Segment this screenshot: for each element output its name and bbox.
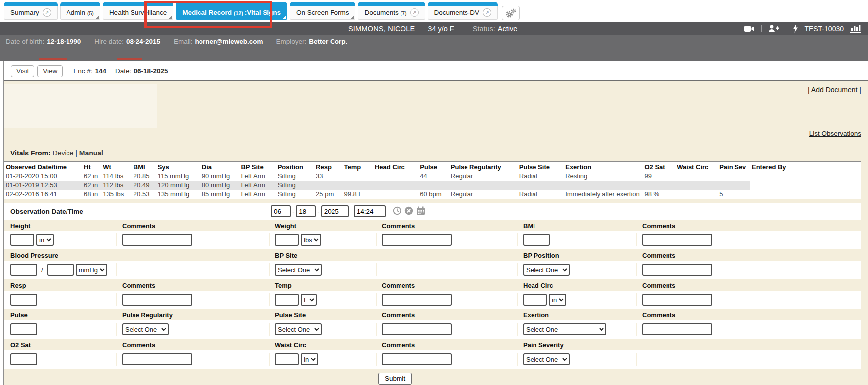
- vitals-value-link[interactable]: 135: [158, 190, 169, 198]
- device-link[interactable]: Device: [53, 149, 74, 157]
- vitals-value-link[interactable]: Regular: [451, 172, 473, 180]
- vitals-value-link[interactable]: Left Arm: [241, 172, 265, 180]
- vitals-value-link[interactable]: 5: [719, 190, 723, 198]
- visit-date-label: Date:: [115, 67, 131, 75]
- bmi-comments-input[interactable]: [642, 234, 712, 246]
- obs-day-input[interactable]: [296, 205, 316, 217]
- vitals-value-link[interactable]: Resting: [565, 172, 587, 180]
- lightning-icon[interactable]: [793, 24, 798, 33]
- height-input[interactable]: [10, 234, 34, 246]
- bmi-input[interactable]: [523, 234, 550, 246]
- vitals-value-link[interactable]: 62: [84, 181, 91, 189]
- head-circ-unit-select[interactable]: in: [549, 294, 566, 306]
- weight-comments-input[interactable]: [382, 234, 452, 246]
- waist-circ-unit-select[interactable]: in: [301, 353, 318, 365]
- vitals-value-link[interactable]: 62: [84, 172, 91, 180]
- pulse-comments-input[interactable]: [382, 323, 452, 335]
- resp-comments-input[interactable]: [122, 294, 192, 306]
- vitals-value-link[interactable]: Radial: [519, 172, 537, 180]
- video-camera-icon[interactable]: [744, 25, 755, 32]
- pulse-regularity-select[interactable]: Select One: [122, 323, 169, 335]
- settings-button[interactable]: [502, 6, 520, 20]
- temp-input[interactable]: [275, 294, 299, 306]
- vitals-value-link[interactable]: 112: [103, 181, 113, 189]
- tab-health-surveillance[interactable]: Health Surveillance: [103, 6, 173, 20]
- exertion-comments-input[interactable]: [642, 323, 712, 335]
- vitals-value-link[interactable]: Sitting: [278, 181, 296, 189]
- tab-documents[interactable]: Documents(7)↗: [358, 6, 425, 20]
- manual-link[interactable]: Manual: [79, 149, 103, 157]
- resp-input[interactable]: [10, 294, 37, 306]
- vitals-value-link[interactable]: 80: [202, 181, 209, 189]
- vitals-value-link[interactable]: 99.8: [344, 190, 356, 198]
- vitals-value-link[interactable]: 25: [316, 190, 323, 198]
- clock-icon[interactable]: [393, 206, 401, 217]
- o2-sat-input[interactable]: [10, 353, 37, 365]
- observed-datetime: 01-20-2020 15:00: [6, 172, 57, 180]
- vitals-value-link[interactable]: 20.53: [134, 190, 150, 198]
- obs-month-input[interactable]: [271, 205, 291, 217]
- pulse-input[interactable]: [10, 323, 37, 335]
- temp-unit-select[interactable]: F: [301, 294, 317, 306]
- submit-button[interactable]: Submit: [378, 373, 412, 385]
- bp-site-select[interactable]: Select One: [275, 264, 322, 276]
- weight-unit-select[interactable]: lbs: [301, 234, 321, 246]
- tab-summary[interactable]: Summary↗: [4, 6, 58, 20]
- vitals-value-link[interactable]: 44: [420, 172, 427, 180]
- add-user-icon[interactable]: [768, 25, 779, 32]
- exertion-select[interactable]: Select One: [523, 323, 606, 335]
- chart-icon[interactable]: [850, 24, 861, 33]
- pain-severity-select[interactable]: Select One: [523, 353, 570, 365]
- pulse-site-select[interactable]: Select One: [275, 323, 322, 335]
- vitals-value-link[interactable]: 120: [158, 181, 169, 189]
- vitals-value-link[interactable]: Sitting: [278, 172, 296, 180]
- vitals-value-link[interactable]: 20.85: [134, 172, 150, 180]
- vitals-value-link[interactable]: Immediately after exertion: [565, 190, 640, 198]
- tab-documents-dv[interactable]: Documents-DV↗: [428, 6, 498, 20]
- vitals-value-link[interactable]: 68: [84, 190, 91, 198]
- height-comments-input[interactable]: [122, 234, 192, 246]
- weight-input[interactable]: [275, 234, 299, 246]
- vitals-value-link[interactable]: 20.49: [134, 181, 150, 189]
- vitals-value-link[interactable]: 99: [644, 172, 651, 180]
- vitals-value-link[interactable]: Left Arm: [241, 181, 265, 189]
- popout-icon[interactable]: ↗: [483, 8, 491, 17]
- vitals-value-link[interactable]: 90: [202, 172, 209, 180]
- obs-year-input[interactable]: [321, 205, 349, 217]
- visit-button[interactable]: Visit: [11, 65, 34, 77]
- blood-pressure-systolic-input[interactable]: [10, 264, 37, 276]
- bp-position-select[interactable]: Select One: [523, 264, 570, 276]
- tab-admin[interactable]: Admin(5): [60, 6, 100, 20]
- vitals-value-link[interactable]: 60: [420, 190, 427, 198]
- vitals-value-link[interactable]: 85: [202, 190, 209, 198]
- vitals-value-link[interactable]: Sitting: [278, 190, 296, 198]
- tab-on-screen-forms[interactable]: On Screen Forms: [290, 6, 356, 20]
- vitals-value-link[interactable]: Radial: [519, 190, 537, 198]
- vitals-value-link[interactable]: Regular: [451, 190, 473, 198]
- waist-circ-comments-input[interactable]: [382, 353, 452, 365]
- popout-icon[interactable]: ↗: [43, 8, 51, 17]
- tab-medical-record[interactable]: Medical Record(12):Vital Signs: [176, 6, 287, 20]
- height-unit-select[interactable]: in: [36, 234, 54, 246]
- add-document-link[interactable]: Add Document: [811, 86, 858, 94]
- vitals-value-link[interactable]: 98: [644, 190, 651, 198]
- blood-pressure-diastolic-input[interactable]: [47, 264, 74, 276]
- head-circ-input[interactable]: [523, 294, 547, 306]
- calendar-icon[interactable]: [416, 206, 425, 217]
- obs-time-input[interactable]: [354, 205, 386, 217]
- o2-sat-comments-input[interactable]: [122, 353, 192, 365]
- view-button[interactable]: View: [37, 65, 63, 77]
- vitals-value-link[interactable]: 33: [316, 172, 323, 180]
- bp-comments-input[interactable]: [642, 264, 712, 276]
- vitals-value-link[interactable]: 114: [103, 172, 113, 180]
- head-circ-comments-input[interactable]: [642, 294, 712, 306]
- waist-circ-input[interactable]: [275, 353, 299, 365]
- clear-icon[interactable]: [404, 206, 413, 217]
- blood-pressure-unit-select[interactable]: mmHg: [76, 264, 107, 276]
- popout-icon[interactable]: ↗: [410, 8, 419, 17]
- temp-comments-input[interactable]: [382, 294, 452, 306]
- vitals-value-link[interactable]: Left Arm: [241, 190, 265, 198]
- vitals-value-link[interactable]: 135: [103, 190, 114, 198]
- list-observations-link[interactable]: List Observations: [809, 130, 861, 137]
- vitals-value-link[interactable]: 115: [158, 172, 168, 180]
